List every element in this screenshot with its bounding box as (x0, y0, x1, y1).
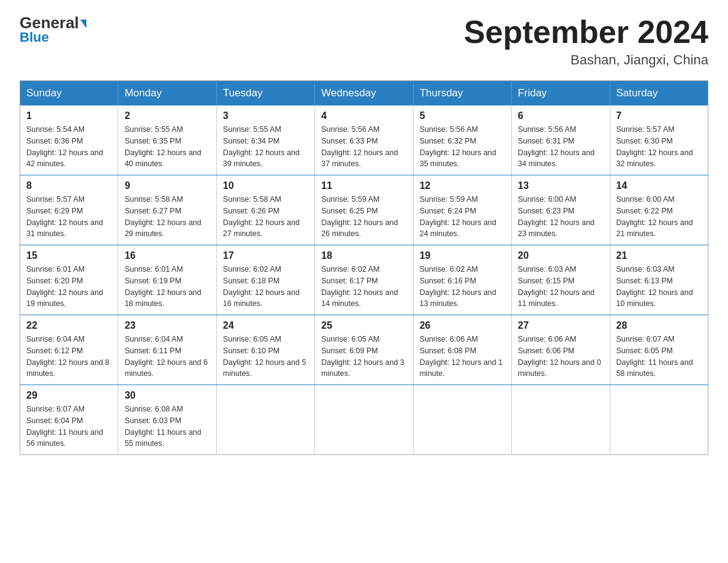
calendar-cell: 2 Sunrise: 5:55 AMSunset: 6:35 PMDayligh… (118, 105, 216, 175)
day-info: Sunrise: 6:08 AMSunset: 6:03 PMDaylight:… (124, 404, 210, 450)
calendar-week-row: 15 Sunrise: 6:01 AMSunset: 6:20 PMDaylig… (20, 245, 708, 315)
day-info: Sunrise: 5:55 AMSunset: 6:34 PMDaylight:… (223, 124, 308, 170)
day-number: 11 (321, 180, 406, 191)
day-number: 6 (518, 110, 603, 121)
day-info: Sunrise: 6:02 AMSunset: 6:17 PMDaylight:… (321, 264, 406, 310)
page-header: General Blue September 2024 Bashan, Jian… (20, 15, 708, 68)
day-info: Sunrise: 6:03 AMSunset: 6:13 PMDaylight:… (616, 264, 702, 310)
day-info: Sunrise: 6:00 AMSunset: 6:22 PMDaylight:… (616, 194, 702, 240)
day-number: 13 (518, 180, 603, 191)
month-year-title: September 2024 (464, 15, 708, 50)
day-info: Sunrise: 5:54 AMSunset: 6:36 PMDaylight:… (26, 124, 112, 170)
calendar-cell: 7 Sunrise: 5:57 AMSunset: 6:30 PMDayligh… (610, 105, 708, 175)
calendar-week-row: 1 Sunrise: 5:54 AMSunset: 6:36 PMDayligh… (20, 105, 708, 175)
calendar-cell: 18 Sunrise: 6:02 AMSunset: 6:17 PMDaylig… (315, 245, 413, 315)
day-number: 1 (26, 110, 112, 121)
day-number: 16 (124, 250, 210, 261)
calendar-cell: 10 Sunrise: 5:58 AMSunset: 6:26 PMDaylig… (216, 175, 314, 245)
day-info: Sunrise: 6:06 AMSunset: 6:06 PMDaylight:… (518, 334, 603, 380)
calendar-week-row: 29 Sunrise: 6:07 AMSunset: 6:04 PMDaylig… (20, 385, 708, 455)
calendar-cell: 11 Sunrise: 5:59 AMSunset: 6:25 PMDaylig… (315, 175, 413, 245)
calendar-cell: 8 Sunrise: 5:57 AMSunset: 6:29 PMDayligh… (20, 175, 118, 245)
col-header-friday: Friday (512, 81, 610, 106)
day-number: 30 (124, 390, 210, 401)
calendar-cell: 17 Sunrise: 6:02 AMSunset: 6:18 PMDaylig… (216, 245, 314, 315)
col-header-saturday: Saturday (610, 81, 708, 106)
calendar-cell: 14 Sunrise: 6:00 AMSunset: 6:22 PMDaylig… (610, 175, 708, 245)
day-number: 21 (616, 250, 702, 261)
day-info: Sunrise: 6:04 AMSunset: 6:11 PMDaylight:… (124, 334, 210, 380)
day-number: 15 (26, 250, 112, 261)
day-info: Sunrise: 5:56 AMSunset: 6:33 PMDaylight:… (321, 124, 406, 170)
calendar-cell: 16 Sunrise: 6:01 AMSunset: 6:19 PMDaylig… (118, 245, 216, 315)
day-info: Sunrise: 6:02 AMSunset: 6:18 PMDaylight:… (223, 264, 308, 310)
day-number: 3 (223, 110, 308, 121)
calendar-cell: 22 Sunrise: 6:04 AMSunset: 6:12 PMDaylig… (20, 315, 118, 385)
calendar-cell (512, 385, 610, 455)
day-info: Sunrise: 6:07 AMSunset: 6:05 PMDaylight:… (616, 334, 702, 380)
day-info: Sunrise: 6:01 AMSunset: 6:20 PMDaylight:… (26, 264, 112, 310)
col-header-tuesday: Tuesday (216, 81, 314, 106)
calendar-cell: 28 Sunrise: 6:07 AMSunset: 6:05 PMDaylig… (610, 315, 708, 385)
logo-blue: Blue (20, 29, 49, 45)
day-number: 8 (26, 180, 112, 191)
day-info: Sunrise: 5:56 AMSunset: 6:31 PMDaylight:… (518, 124, 603, 170)
logo-general: General (20, 15, 86, 31)
day-info: Sunrise: 5:56 AMSunset: 6:32 PMDaylight:… (420, 124, 505, 170)
day-info: Sunrise: 6:03 AMSunset: 6:15 PMDaylight:… (518, 264, 603, 310)
day-number: 24 (223, 320, 308, 331)
title-section: September 2024 Bashan, Jiangxi, China (464, 15, 708, 68)
logo: General Blue (20, 15, 86, 45)
col-header-sunday: Sunday (20, 81, 118, 106)
calendar-cell: 24 Sunrise: 6:05 AMSunset: 6:10 PMDaylig… (216, 315, 314, 385)
day-number: 22 (26, 320, 112, 331)
day-number: 4 (321, 110, 406, 121)
day-info: Sunrise: 6:05 AMSunset: 6:09 PMDaylight:… (321, 334, 406, 380)
calendar-cell: 9 Sunrise: 5:58 AMSunset: 6:27 PMDayligh… (118, 175, 216, 245)
location-label: Bashan, Jiangxi, China (464, 52, 708, 68)
day-number: 23 (124, 320, 210, 331)
day-number: 14 (616, 180, 702, 191)
day-info: Sunrise: 5:57 AMSunset: 6:30 PMDaylight:… (616, 124, 702, 170)
day-number: 28 (616, 320, 702, 331)
day-info: Sunrise: 6:01 AMSunset: 6:19 PMDaylight:… (124, 264, 210, 310)
day-number: 29 (26, 390, 112, 401)
calendar-cell: 21 Sunrise: 6:03 AMSunset: 6:13 PMDaylig… (610, 245, 708, 315)
calendar-week-row: 8 Sunrise: 5:57 AMSunset: 6:29 PMDayligh… (20, 175, 708, 245)
calendar-cell: 3 Sunrise: 5:55 AMSunset: 6:34 PMDayligh… (216, 105, 314, 175)
day-number: 20 (518, 250, 603, 261)
calendar-header-row: SundayMondayTuesdayWednesdayThursdayFrid… (20, 81, 708, 106)
day-number: 12 (420, 180, 505, 191)
day-info: Sunrise: 6:04 AMSunset: 6:12 PMDaylight:… (26, 334, 112, 380)
calendar-cell: 23 Sunrise: 6:04 AMSunset: 6:11 PMDaylig… (118, 315, 216, 385)
day-number: 9 (124, 180, 210, 191)
day-info: Sunrise: 5:59 AMSunset: 6:25 PMDaylight:… (321, 194, 406, 240)
day-number: 18 (321, 250, 406, 261)
calendar-cell: 1 Sunrise: 5:54 AMSunset: 6:36 PMDayligh… (20, 105, 118, 175)
calendar-table: SundayMondayTuesdayWednesdayThursdayFrid… (20, 80, 708, 455)
day-number: 19 (420, 250, 505, 261)
logo-triangle-icon (80, 20, 86, 28)
day-info: Sunrise: 5:58 AMSunset: 6:27 PMDaylight:… (124, 194, 210, 240)
day-info: Sunrise: 5:58 AMSunset: 6:26 PMDaylight:… (223, 194, 308, 240)
calendar-week-row: 22 Sunrise: 6:04 AMSunset: 6:12 PMDaylig… (20, 315, 708, 385)
day-number: 17 (223, 250, 308, 261)
calendar-cell: 13 Sunrise: 6:00 AMSunset: 6:23 PMDaylig… (512, 175, 610, 245)
calendar-cell: 19 Sunrise: 6:02 AMSunset: 6:16 PMDaylig… (413, 245, 511, 315)
calendar-cell (216, 385, 314, 455)
day-number: 26 (420, 320, 505, 331)
calendar-cell: 15 Sunrise: 6:01 AMSunset: 6:20 PMDaylig… (20, 245, 118, 315)
day-number: 2 (124, 110, 210, 121)
calendar-cell: 29 Sunrise: 6:07 AMSunset: 6:04 PMDaylig… (20, 385, 118, 455)
day-info: Sunrise: 6:00 AMSunset: 6:23 PMDaylight:… (518, 194, 603, 240)
day-info: Sunrise: 5:55 AMSunset: 6:35 PMDaylight:… (124, 124, 210, 170)
calendar-cell: 26 Sunrise: 6:06 AMSunset: 6:08 PMDaylig… (413, 315, 511, 385)
day-info: Sunrise: 5:57 AMSunset: 6:29 PMDaylight:… (26, 194, 112, 240)
calendar-cell: 30 Sunrise: 6:08 AMSunset: 6:03 PMDaylig… (118, 385, 216, 455)
day-number: 25 (321, 320, 406, 331)
day-number: 5 (420, 110, 505, 121)
day-info: Sunrise: 5:59 AMSunset: 6:24 PMDaylight:… (420, 194, 505, 240)
col-header-thursday: Thursday (413, 81, 511, 106)
calendar-cell: 6 Sunrise: 5:56 AMSunset: 6:31 PMDayligh… (512, 105, 610, 175)
calendar-cell: 4 Sunrise: 5:56 AMSunset: 6:33 PMDayligh… (315, 105, 413, 175)
